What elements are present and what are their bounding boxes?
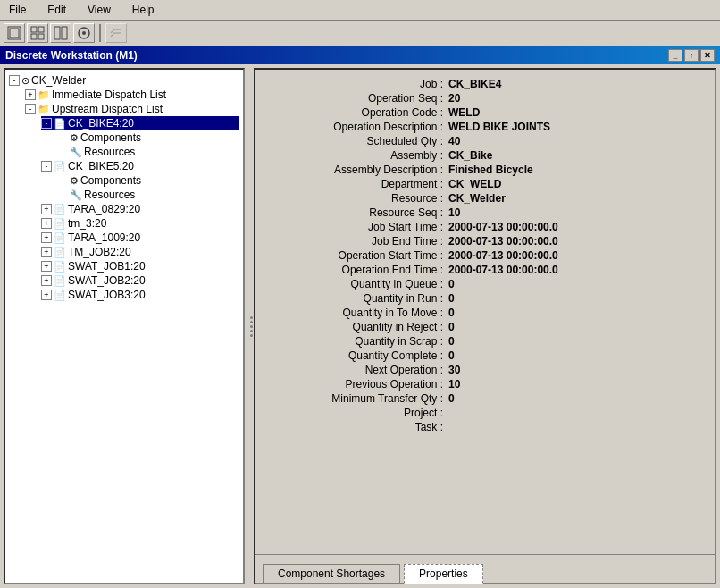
prop-label: Operation Start Time :: [270, 249, 448, 262]
tree-node-bike5[interactable]: - 📄 CK_BIKE5:20 ⚙ Components: [25, 159, 239, 202]
toolbar-btn-3[interactable]: [50, 23, 71, 43]
prop-row: Operation Start Time :2000-07-13 00:00:0…: [270, 248, 700, 263]
close-button[interactable]: ✕: [700, 49, 715, 62]
tree-row-tara1009[interactable]: + 📄 TARA_1009:20: [41, 231, 239, 245]
tree-row-bike5[interactable]: - 📄 CK_BIKE5:20: [41, 159, 239, 173]
prop-label: Quantity in Scrap :: [270, 335, 448, 348]
tree-node-tara1009[interactable]: + 📄 TARA_1009:20: [25, 231, 239, 245]
tree-label-components2: Components: [80, 174, 141, 187]
tree-toggle-tara0829[interactable]: +: [41, 204, 52, 214]
restore-button[interactable]: ↑: [684, 49, 699, 62]
tree-row-upstream[interactable]: - 📁 Upstream Dispatch List: [25, 102, 239, 116]
tree-toggle-swatjob1[interactable]: +: [41, 261, 52, 272]
tree-row-root[interactable]: - ⊙ CK_Welder: [9, 73, 239, 88]
tree-node-swatjob1[interactable]: + 📄 SWAT_JOB1:20: [25, 259, 239, 273]
minimize-button[interactable]: _: [668, 49, 682, 62]
tree-toggle-tara1009[interactable]: +: [41, 232, 52, 243]
menu-view[interactable]: View: [82, 2, 116, 18]
tree-toggle-swatjob3[interactable]: +: [41, 290, 52, 300]
prop-label: Scheduled Qty :: [270, 135, 448, 147]
tree-toggle-upstream[interactable]: -: [25, 104, 36, 114]
tree-label-components1: Components: [80, 131, 141, 144]
tree-toggle-bike5[interactable]: -: [41, 161, 52, 172]
detail-area: Job :CK_BIKE4Operation Seq :20Operation …: [255, 70, 715, 554]
prop-label: Operation Description :: [270, 121, 448, 133]
menu-help[interactable]: Help: [127, 2, 160, 18]
tree-row-resources1[interactable]: 🔧 Resources: [57, 145, 239, 159]
prop-label: Department :: [270, 178, 448, 190]
tree-toggle-swatjob2[interactable]: +: [41, 275, 52, 286]
prop-row: Assembly Description :Finished Bicycle: [270, 163, 700, 177]
tab-component-shortages[interactable]: Component Shortages: [263, 564, 400, 583]
main-content: - ⊙ CK_Welder + 📁 Immediate Dispatch Lis…: [0, 64, 720, 588]
tree-node-resources2[interactable]: 🔧 Resources: [41, 188, 239, 202]
prop-value: WELD: [448, 106, 480, 119]
prop-label: Quantity in Run :: [270, 292, 448, 305]
prop-row: Job Start Time :2000-07-13 00:00:00.0: [270, 220, 700, 234]
tree-row-resources2[interactable]: 🔧 Resources: [57, 188, 239, 202]
folder-icon-immediate: 📁: [38, 89, 50, 101]
tree-node-immediate[interactable]: + 📁 Immediate Dispatch List: [9, 88, 239, 102]
splitter-dot-2: [250, 321, 253, 323]
prop-row: Operation Description :WELD BIKE JOINTS: [270, 120, 700, 134]
tree-node-swatjob2[interactable]: + 📄 SWAT_JOB2:20: [25, 273, 239, 288]
prop-value: 40: [448, 135, 460, 147]
tree-row-immediate[interactable]: + 📁 Immediate Dispatch List: [25, 88, 239, 102]
tree-label-upstream: Upstream Dispatch List: [52, 103, 163, 115]
menu-file[interactable]: File: [4, 2, 31, 18]
tree-row-bike4[interactable]: - 📄 CK_BIKE4:20: [41, 116, 239, 130]
tree-toggle-immediate[interactable]: +: [25, 89, 36, 100]
tree-node-upstream[interactable]: - 📁 Upstream Dispatch List - 📄 CK_BIKE4:…: [9, 102, 239, 302]
prop-value: WELD BIKE JOINTS: [448, 121, 550, 133]
prop-value: 2000-07-13 00:00:00.0: [448, 249, 558, 262]
tree-row-tm3[interactable]: + 📄 tm_3:20: [41, 216, 239, 231]
tree-node-tmjob2[interactable]: + 📄 TM_JOB2:20: [25, 245, 239, 259]
tree-toggle-tmjob2[interactable]: +: [41, 247, 52, 257]
tree-row-tara0829[interactable]: + 📄 TARA_0829:20: [41, 202, 239, 216]
tree-label-swatjob1: SWAT_JOB1:20: [68, 260, 146, 273]
tree-node-tm3[interactable]: + 📄 tm_3:20: [25, 216, 239, 231]
prop-row: Quantity in To Move :0: [270, 306, 700, 320]
menu-edit[interactable]: Edit: [42, 2, 71, 18]
tree-node-swatjob3[interactable]: + 📄 SWAT_JOB3:20: [25, 288, 239, 302]
tree-node-tara0829[interactable]: + 📄 TARA_0829:20: [25, 202, 239, 216]
title-bar: Discrete Workstation (M1) _ ↑ ✕: [0, 46, 720, 64]
prop-label: Quantity in Reject :: [270, 321, 448, 333]
prop-row: Job :CK_BIKE4: [270, 77, 700, 91]
prop-value: CK_Bike: [448, 149, 492, 162]
svg-rect-5: [38, 34, 44, 39]
tree-node-components1[interactable]: ⚙ Components: [41, 130, 239, 145]
tree-node-resources1[interactable]: 🔧 Resources: [41, 145, 239, 159]
prop-row: Operation End Time :2000-07-13 00:00:00.…: [270, 263, 700, 277]
tree-row-components1[interactable]: ⚙ Components: [57, 130, 239, 145]
tree-node-root[interactable]: - ⊙ CK_Welder + 📁 Immediate Dispatch Lis…: [9, 73, 239, 302]
toolbar-btn-5[interactable]: [105, 23, 127, 43]
prop-row: Previous Operation :10: [270, 377, 700, 391]
prop-value: CK_Welder: [448, 192, 506, 205]
tree-row-swatjob1[interactable]: + 📄 SWAT_JOB1:20: [41, 259, 239, 273]
welder-icon: ⊙: [21, 75, 29, 87]
tree-toggle-bike4[interactable]: -: [41, 118, 52, 129]
tree-row-swatjob2[interactable]: + 📄 SWAT_JOB2:20: [41, 273, 239, 288]
svg-rect-2: [31, 27, 37, 32]
toolbar-btn-2[interactable]: [27, 23, 48, 43]
tree-row-swatjob3[interactable]: + 📄 SWAT_JOB3:20: [41, 288, 239, 302]
splitter-dot-4: [250, 330, 253, 332]
svg-point-9: [82, 31, 86, 35]
tree-node-components2[interactable]: ⚙ Components: [41, 173, 239, 188]
tree-toggle-tm3[interactable]: +: [41, 218, 52, 229]
tree-toggle-root[interactable]: -: [9, 75, 20, 86]
tree-row-components2[interactable]: ⚙ Components: [57, 173, 239, 188]
toolbar-btn-4[interactable]: [73, 23, 95, 43]
tab-properties[interactable]: Properties: [404, 564, 483, 584]
toolbar-btn-1[interactable]: [4, 23, 25, 43]
prop-value: 10: [448, 378, 460, 391]
doc-icon-tmjob2: 📄: [54, 247, 66, 258]
tree-node-bike4[interactable]: - 📄 CK_BIKE4:20 ⚙ Components: [25, 116, 239, 159]
app-title: Discrete Workstation (M1): [5, 49, 138, 62]
prop-value: 20: [448, 92, 460, 105]
tree-row-tmjob2[interactable]: + 📄 TM_JOB2:20: [41, 245, 239, 259]
properties-grid: Job :CK_BIKE4Operation Seq :20Operation …: [270, 77, 700, 434]
prop-label: Job End Time :: [270, 235, 448, 248]
tree-panel[interactable]: - ⊙ CK_Welder + 📁 Immediate Dispatch Lis…: [4, 68, 245, 584]
